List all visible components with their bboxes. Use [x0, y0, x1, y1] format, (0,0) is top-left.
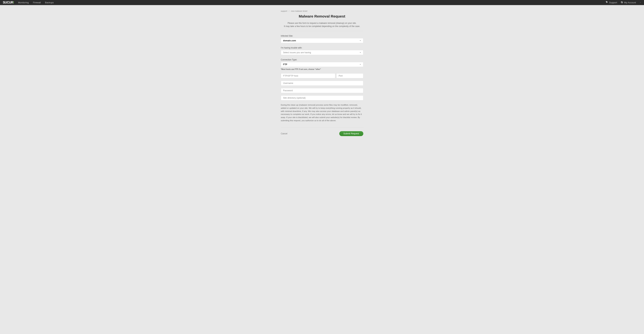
- username-input[interactable]: [281, 81, 363, 86]
- nav-account[interactable]: My Account: [621, 1, 636, 4]
- breadcrumb-sep: /: [289, 10, 289, 12]
- subtext-line2: It may take a few hours to be completed …: [284, 25, 360, 27]
- infected-site-value: domain.com: [283, 39, 296, 42]
- conn-hint: *Most hosts use FTP. If not sure, choose…: [281, 68, 363, 70]
- main-content: support / new malware ticket Malware Rem…: [281, 5, 363, 143]
- caret-down-icon: [360, 52, 361, 53]
- page-title: Malware Removal Request: [281, 14, 363, 18]
- tag-icon: [606, 1, 608, 4]
- nav-links: Monitoring Firewall Backups: [18, 1, 54, 4]
- page-subtext: Please use this form to request a malwar…: [281, 21, 363, 28]
- navbar-left: SUCURI Monitoring Firewall Backups: [3, 1, 54, 4]
- logo[interactable]: SUCURI: [3, 1, 14, 4]
- nav-support[interactable]: Support: [606, 1, 617, 4]
- caret-down-icon: [360, 64, 361, 65]
- conn-type-group: Connection Type: FTP: [281, 58, 363, 67]
- conn-type-select[interactable]: FTP: [281, 62, 363, 67]
- caret-down-icon: [360, 40, 361, 41]
- subtext-line1: Please use this form to request a malwar…: [288, 22, 356, 24]
- navbar: SUCURI Monitoring Firewall Backups Suppo…: [0, 0, 644, 5]
- directory-input[interactable]: [281, 95, 363, 100]
- gear-icon: [621, 1, 623, 4]
- chevron-down-icon[interactable]: [640, 1, 641, 4]
- infected-site-select[interactable]: domain.com: [281, 38, 363, 43]
- port-input[interactable]: [336, 73, 363, 78]
- form-actions: Cancel Submit Request: [281, 131, 363, 136]
- submit-button[interactable]: Submit Request: [339, 131, 363, 136]
- nav-firewall[interactable]: Firewall: [33, 1, 41, 4]
- breadcrumb-support[interactable]: support: [281, 10, 287, 12]
- host-port-row: [281, 73, 363, 78]
- divider-bottom: [281, 127, 363, 127]
- nav-backups[interactable]: Backups: [45, 1, 54, 4]
- trouble-select[interactable]: Select issues you are having: [281, 50, 363, 55]
- trouble-group: I'm having trouble with: Select issues y…: [281, 47, 363, 55]
- nav-account-label: My Account: [624, 1, 636, 4]
- cancel-button[interactable]: Cancel: [281, 132, 287, 135]
- trouble-placeholder: Select issues you are having: [283, 51, 311, 54]
- disclaimer-text: During the clean up (malware removal) pr…: [281, 104, 363, 122]
- trouble-label: I'm having trouble with:: [281, 47, 363, 49]
- conn-type-label: Connection Type:: [281, 58, 363, 61]
- nav-support-label: Support: [609, 1, 617, 4]
- password-input[interactable]: [281, 88, 363, 93]
- host-input[interactable]: [281, 73, 336, 78]
- nav-monitoring[interactable]: Monitoring: [18, 1, 29, 4]
- infected-site-group: Infected Site: domain.com: [281, 35, 363, 43]
- navbar-right: Support My Account: [606, 1, 641, 4]
- divider-top: [281, 31, 363, 31]
- conn-type-value: FTP: [283, 63, 287, 66]
- infected-site-label: Infected Site:: [281, 35, 363, 37]
- breadcrumb-current: new malware ticket: [291, 10, 307, 12]
- breadcrumb: support / new malware ticket: [281, 10, 363, 12]
